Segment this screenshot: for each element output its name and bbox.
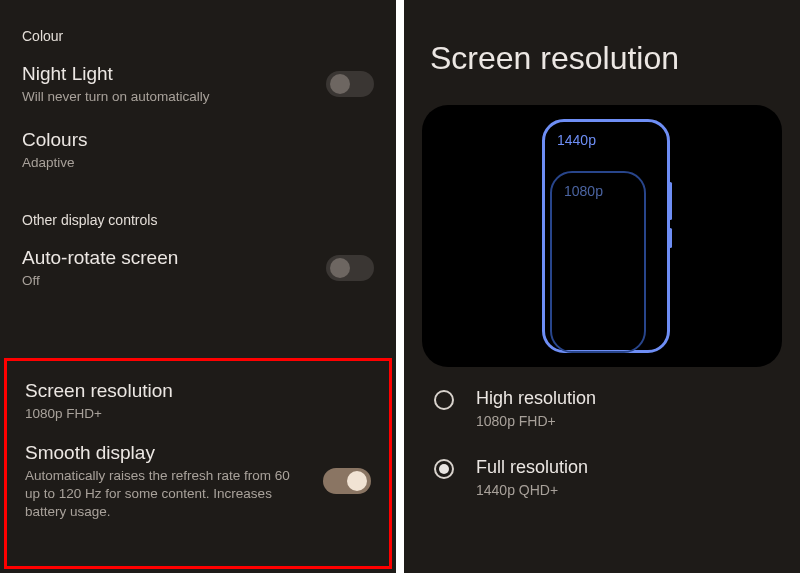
phone-outline-1080p: 1080p: [550, 171, 646, 353]
night-light-sub: Will never turn on automatically: [22, 88, 310, 106]
page-title: Screen resolution: [422, 40, 782, 77]
option-full-resolution[interactable]: Full resolution 1440p QHD+: [434, 456, 782, 499]
radio-full[interactable]: [434, 459, 454, 479]
screen-resolution-sub: 1080p FHD+: [25, 405, 371, 423]
smooth-display-title: Smooth display: [25, 441, 307, 465]
option-high-sub: 1080p FHD+: [476, 412, 596, 431]
section-header-other: Other display controls: [22, 212, 374, 228]
smooth-display-switch[interactable]: [323, 468, 371, 494]
option-full-sub: 1440p QHD+: [476, 481, 588, 500]
auto-rotate-title: Auto-rotate screen: [22, 246, 310, 270]
phone-label-1440p: 1440p: [557, 132, 596, 148]
auto-rotate-switch[interactable]: [326, 255, 374, 281]
item-smooth-display[interactable]: Smooth display Automatically raises the …: [25, 441, 371, 521]
smooth-display-sub: Automatically raises the refresh rate fr…: [25, 467, 307, 522]
auto-rotate-sub: Off: [22, 272, 310, 290]
display-settings-panel: Colour Night Light Will never turn on au…: [0, 0, 396, 573]
item-screen-resolution[interactable]: Screen resolution 1080p FHD+: [25, 379, 371, 423]
item-night-light[interactable]: Night Light Will never turn on automatic…: [22, 62, 374, 106]
item-auto-rotate[interactable]: Auto-rotate screen Off: [22, 246, 374, 290]
screen-resolution-title: Screen resolution: [25, 379, 371, 403]
option-high-title: High resolution: [476, 387, 596, 410]
night-light-switch[interactable]: [326, 71, 374, 97]
item-colours[interactable]: Colours Adaptive: [22, 128, 374, 172]
resolution-illustration: 1440p 1080p: [422, 105, 782, 367]
screen-resolution-panel: Screen resolution 1440p 1080p High resol…: [404, 0, 800, 573]
phone-label-1080p: 1080p: [564, 183, 603, 199]
option-full-title: Full resolution: [476, 456, 588, 479]
resolution-options: High resolution 1080p FHD+ Full resoluti…: [422, 387, 782, 500]
night-light-title: Night Light: [22, 62, 310, 86]
highlight-box: Screen resolution 1080p FHD+ Smooth disp…: [4, 358, 392, 569]
section-header-colour: Colour: [22, 28, 374, 44]
option-high-resolution[interactable]: High resolution 1080p FHD+: [434, 387, 782, 430]
colours-title: Colours: [22, 128, 374, 152]
radio-high[interactable]: [434, 390, 454, 410]
colours-sub: Adaptive: [22, 154, 374, 172]
